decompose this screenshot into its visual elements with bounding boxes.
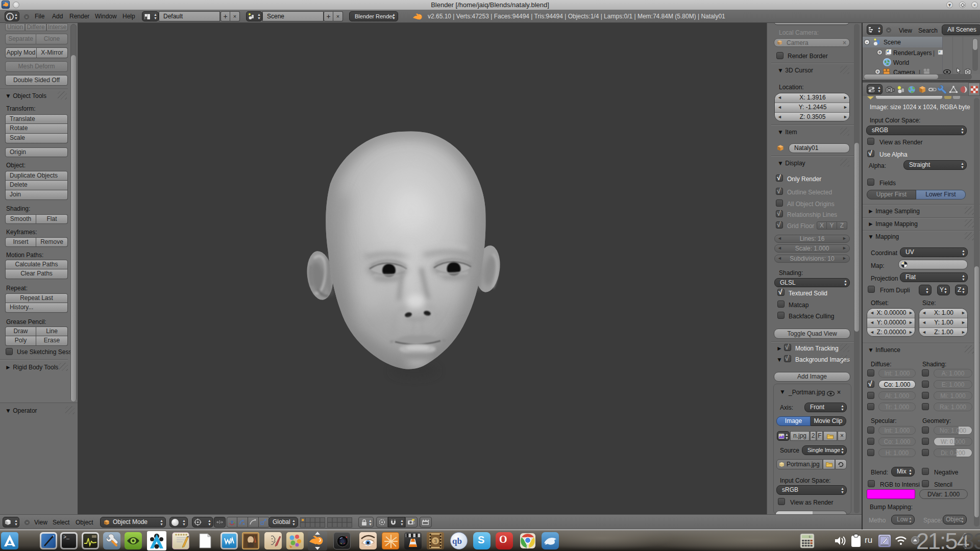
svg-text:3: 3 <box>434 538 437 544</box>
svg-text:0.: 0. <box>809 535 811 538</box>
